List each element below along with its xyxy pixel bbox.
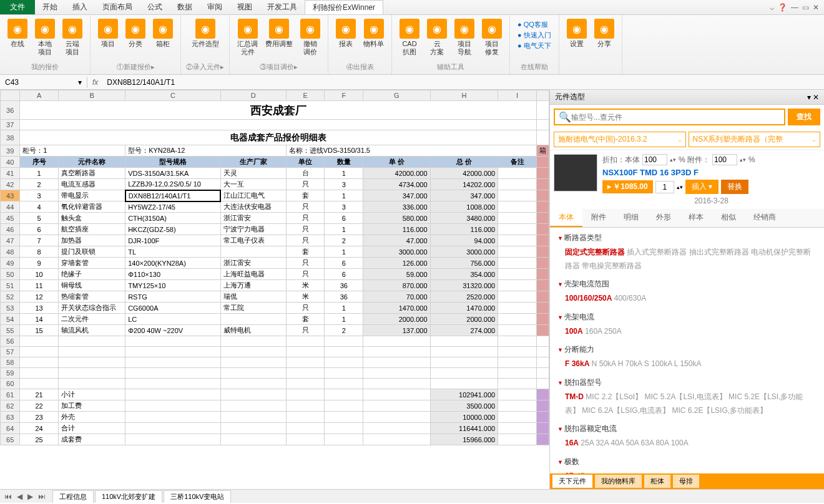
ribbon-button[interactable]: ◉设置: [564, 17, 589, 49]
ribbon-button[interactable]: ◉撤销调价: [298, 17, 323, 57]
ribbon-button[interactable]: ◉CAD扒图: [397, 17, 422, 57]
menu-item[interactable]: 开始: [35, 0, 65, 14]
search-icon: 🔍: [559, 111, 571, 123]
sheet-tab[interactable]: 110kV北郊变扩建: [95, 490, 162, 503]
search-button[interactable]: 查找: [788, 109, 820, 125]
close-icon[interactable]: ✕: [813, 3, 819, 12]
pin-icon[interactable]: ▾: [807, 93, 811, 102]
menu-item[interactable]: 页面布局: [95, 0, 140, 14]
ribbon-button[interactable]: ◉费用调整: [263, 17, 295, 57]
ribbon-button[interactable]: ◉云端项目: [60, 17, 85, 57]
ribbon-button[interactable]: ◉箱柜: [150, 17, 175, 49]
nav-last-icon[interactable]: ⏭: [36, 492, 47, 501]
bottom-tab[interactable]: 柜体: [644, 475, 670, 488]
formula-input[interactable]: [103, 77, 824, 88]
spec-option[interactable]: 32A: [596, 439, 609, 447]
spec-option[interactable]: 160A: [585, 327, 602, 336]
menu-item[interactable]: 视图: [230, 0, 260, 14]
ribbon-button[interactable]: ◉汇总调元件: [235, 17, 260, 57]
spec-option[interactable]: 25A: [581, 439, 594, 447]
search-box[interactable]: 🔍: [554, 109, 785, 125]
help-link[interactable]: ● 快速入门: [517, 31, 551, 40]
spreadsheet[interactable]: ABCDEFGHI36西安成套厂3738电器成套产品报价明细表39柜号：1型号：…: [0, 90, 549, 489]
ribbon-button[interactable]: ◉分类: [123, 17, 148, 49]
nav-first-icon[interactable]: ⏮: [2, 492, 14, 501]
ribbon-button[interactable]: ◉报表: [333, 17, 358, 49]
bottom-tab[interactable]: 天下元件: [552, 475, 592, 488]
bottom-tab[interactable]: 母排: [673, 475, 699, 488]
panel-close-icon[interactable]: ✕: [813, 93, 819, 102]
spec-option[interactable]: 63A: [641, 439, 654, 447]
detail-tab[interactable]: 明细: [615, 209, 647, 227]
nav-prev-icon[interactable]: ◀: [15, 492, 24, 501]
ribbon-button[interactable]: ◉项目: [96, 17, 120, 49]
spec-option[interactable]: N 50kA: [592, 359, 616, 368]
menu-file[interactable]: 文件: [0, 0, 35, 14]
spec-option[interactable]: 400/630A: [614, 294, 646, 303]
ribbon-button[interactable]: ◉元件选型: [189, 17, 222, 49]
spec-option[interactable]: 80A: [656, 439, 669, 447]
help-icon[interactable]: ❓: [778, 3, 787, 12]
detail-tab[interactable]: 样本: [680, 209, 712, 227]
spec-option[interactable]: MIC 5.2A【LSI,电流表】: [644, 392, 726, 401]
discount-body-input[interactable]: [642, 154, 667, 165]
menu-item[interactable]: 审阅: [200, 0, 230, 14]
discount-acc-input[interactable]: [712, 154, 737, 165]
spec-option[interactable]: 50A: [626, 439, 639, 447]
series-filter[interactable]: NSX系列塑壳断路器（完整⌵: [689, 132, 821, 147]
spec-option[interactable]: 250A: [604, 327, 622, 336]
spec-option[interactable]: L 150kA: [674, 359, 702, 368]
spec-option[interactable]: 100/160/250A: [565, 294, 612, 303]
minimize-icon[interactable]: —: [791, 3, 798, 12]
spec-option[interactable]: 16A: [565, 439, 579, 447]
nav-next-icon[interactable]: ▶: [26, 492, 35, 501]
spec-option[interactable]: S 100kA: [644, 359, 672, 368]
ribbon-button[interactable]: ◉在线: [5, 17, 30, 57]
spec-option[interactable]: MIC 6.2E【LSIG,多功能表】: [672, 406, 767, 415]
detail-tab[interactable]: 外形: [647, 209, 680, 227]
spec-option[interactable]: 固定式完整断路器: [565, 248, 625, 256]
spec-option[interactable]: 100A: [671, 439, 689, 447]
detail-tab[interactable]: 本体: [550, 209, 582, 227]
ribbon-button[interactable]: ◉物料单: [361, 17, 386, 49]
ribbon-button[interactable]: ◉项目修复: [479, 17, 504, 57]
sheet-tab[interactable]: 三桥110kV变电站: [164, 490, 231, 503]
spec-option[interactable]: 带电操完整断路器: [582, 261, 642, 270]
ribbon-button[interactable]: ◉云方案: [424, 17, 449, 57]
menu-item[interactable]: 插入: [65, 0, 95, 14]
help-link[interactable]: ● QQ客服: [517, 20, 551, 29]
menu-item[interactable]: 公式: [140, 0, 170, 14]
product-title[interactable]: NSX100F TMD 16 3P3D F: [602, 168, 820, 177]
menu-item[interactable]: 数据: [170, 0, 200, 14]
spec-option[interactable]: 40A: [611, 439, 624, 447]
ribbon-button[interactable]: ◉本地项目: [32, 17, 57, 57]
cell-reference[interactable]: C43▾: [0, 77, 87, 88]
insert-button[interactable]: 插入 ▾: [685, 180, 719, 194]
menu-item[interactable]: 利驰报价ExWinner: [305, 0, 383, 14]
spec-option[interactable]: H 70kA: [618, 359, 642, 368]
qty-input[interactable]: [655, 181, 674, 193]
menu-item[interactable]: 开发工具: [260, 0, 305, 14]
detail-tab[interactable]: 相似: [712, 209, 745, 227]
restore-icon[interactable]: ▭: [802, 3, 809, 12]
spec-option[interactable]: MIC 2.2【LSoI】: [586, 392, 642, 401]
spec-option[interactable]: MIC 6.2A【LSIG,电流表】: [582, 406, 670, 415]
spec-option[interactable]: 抽出式完整断路器: [689, 248, 749, 256]
detail-tab[interactable]: 附件: [582, 209, 615, 227]
ribbon-button[interactable]: ◉分享: [592, 17, 617, 49]
replace-button[interactable]: 替换: [721, 180, 748, 194]
sheet-tab[interactable]: 工程信息: [52, 490, 94, 503]
help-icon[interactable]: ⌵: [770, 3, 774, 12]
spec-option[interactable]: 100A: [565, 327, 583, 336]
detail-tab[interactable]: 经销商: [745, 209, 785, 227]
bottom-tab[interactable]: 我的物料库: [595, 475, 642, 488]
help-link[interactable]: ● 电气天下: [517, 41, 551, 51]
search-input[interactable]: [571, 113, 780, 122]
formula-bar: C43▾ fx: [0, 75, 824, 90]
ribbon-button[interactable]: ◉项目导航: [452, 17, 477, 57]
fx-icon[interactable]: fx: [87, 78, 103, 87]
spec-option[interactable]: 插入式完整断路器: [627, 248, 687, 256]
spec-option[interactable]: F 36kA: [565, 359, 589, 368]
brand-filter[interactable]: 施耐德电气(中国)-2016.3.2⌵: [554, 132, 686, 147]
spec-option[interactable]: TM-D: [565, 392, 584, 401]
